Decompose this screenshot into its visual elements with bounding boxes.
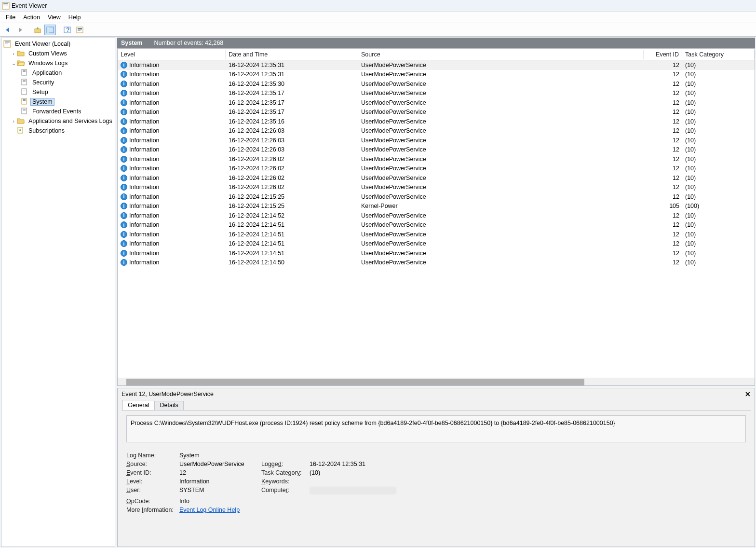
table-row[interactable]: iInformation16-12-2024 12:14:51UserModeP…	[118, 239, 755, 249]
col-source[interactable]: Source	[358, 50, 644, 59]
expand-icon[interactable]: ›	[10, 51, 17, 56]
grid-body[interactable]: iInformation16-12-2024 12:35:31UserModeP…	[118, 60, 755, 378]
menu-help[interactable]: Help	[65, 13, 85, 22]
tree-windows-logs[interactable]: ⌄ Windows Logs	[1, 58, 115, 68]
svg-rect-28	[23, 100, 26, 101]
table-row[interactable]: iInformation16-12-2024 12:14:52UserModeP…	[118, 211, 755, 220]
detail-title: Event 12, UserModePowerService	[122, 391, 214, 397]
table-row[interactable]: iInformation16-12-2024 12:35:17UserModeP…	[118, 98, 755, 108]
svg-rect-30	[23, 109, 26, 110]
log-icon	[21, 79, 28, 86]
toolbar: ?	[0, 23, 756, 37]
back-button[interactable]	[2, 25, 14, 35]
close-detail-button[interactable]: ✕	[745, 390, 751, 398]
show-hide-tree-button[interactable]	[44, 25, 56, 35]
table-row[interactable]: iInformation16-12-2024 12:15:25Kernel-Po…	[118, 202, 755, 211]
help-button[interactable]: ?	[62, 25, 73, 35]
label-logname: Log Name:	[126, 452, 179, 459]
event-log-help-link[interactable]: Event Log Online Help	[179, 507, 240, 513]
properties-button[interactable]	[74, 25, 86, 35]
tree-log-security[interactable]: Security	[1, 78, 115, 87]
menu-action[interactable]: Action	[19, 13, 44, 22]
tree-custom-views[interactable]: › Custom Views	[1, 49, 115, 58]
svg-rect-4	[3, 7, 7, 7]
expand-icon[interactable]: ›	[10, 118, 17, 124]
table-row[interactable]: iInformation16-12-2024 12:35:16UserModeP…	[118, 117, 755, 126]
col-task[interactable]: Task Category	[682, 50, 755, 59]
navigation-pane[interactable]: Event Viewer (Local) › Custom Views ⌄ Wi…	[1, 38, 115, 547]
table-row[interactable]: iInformation16-12-2024 12:14:51UserModeP…	[118, 248, 755, 258]
info-icon: i	[121, 118, 127, 125]
svg-rect-2	[3, 5, 8, 5]
info-icon: i	[121, 184, 127, 191]
table-row[interactable]: iInformation16-12-2024 12:26:03UserModeP…	[118, 126, 755, 136]
table-row[interactable]: iInformation16-12-2024 12:35:17UserModeP…	[118, 89, 755, 98]
tree-log-forwarded[interactable]: Forwarded Events	[1, 107, 115, 116]
info-icon: i	[121, 81, 127, 87]
info-icon: i	[121, 71, 127, 78]
table-row[interactable]: iInformation16-12-2024 12:15:25UserModeP…	[118, 192, 755, 202]
table-row[interactable]: iInformation16-12-2024 12:26:02UserModeP…	[118, 154, 755, 164]
svg-text:?: ?	[66, 27, 70, 33]
svg-point-33	[19, 129, 21, 131]
info-icon: i	[121, 109, 127, 115]
table-row[interactable]: iInformation16-12-2024 12:14:51UserModeP…	[118, 230, 755, 239]
label-eventid: Event ID:	[126, 469, 179, 476]
table-row[interactable]: iInformation16-12-2024 12:26:03UserModeP…	[118, 136, 755, 145]
table-row[interactable]: iInformation16-12-2024 12:26:02UserModeP…	[118, 183, 755, 192]
table-row[interactable]: iInformation16-12-2024 12:35:30UserModeP…	[118, 79, 755, 89]
table-row[interactable]: iInformation16-12-2024 12:35:17UserModeP…	[118, 108, 755, 117]
horizontal-scrollbar[interactable]	[118, 378, 755, 385]
table-row[interactable]: iInformation16-12-2024 12:26:02UserModeP…	[118, 164, 755, 174]
table-row[interactable]: iInformation16-12-2024 12:26:03UserModeP…	[118, 145, 755, 155]
svg-rect-3	[3, 6, 8, 6]
tree-log-system[interactable]: System	[1, 97, 115, 107]
info-icon: i	[121, 156, 127, 163]
col-eventid[interactable]: Event ID	[644, 50, 682, 59]
folder-icon	[17, 117, 25, 125]
svg-rect-17	[22, 69, 27, 75]
table-row[interactable]: iInformation16-12-2024 12:14:51UserModeP…	[118, 220, 755, 230]
label-source: Source:	[126, 461, 179, 467]
label-computer: Computer:	[261, 487, 310, 496]
svg-rect-18	[23, 70, 26, 71]
menu-file[interactable]: File	[2, 13, 19, 22]
window-title: Event Viewer	[12, 2, 47, 9]
info-icon: i	[121, 90, 127, 96]
svg-rect-12	[78, 29, 82, 30]
table-row[interactable]: iInformation16-12-2024 12:26:02UserModeP…	[118, 173, 755, 183]
col-datetime[interactable]: Date and Time	[226, 50, 358, 59]
svg-rect-5	[35, 29, 40, 33]
tab-details[interactable]: Details	[154, 401, 183, 410]
up-button[interactable]	[32, 25, 43, 35]
table-row[interactable]: iInformation16-12-2024 12:35:31UserModeP…	[118, 70, 755, 80]
grid-header: Level Date and Time Source Event ID Task…	[118, 49, 755, 60]
info-icon: i	[121, 99, 127, 106]
label-level: Level:	[126, 478, 179, 485]
label-opcode: OpCode:	[126, 498, 179, 505]
log-icon	[21, 69, 28, 77]
collapse-icon[interactable]: ⌄	[10, 60, 17, 67]
event-grid[interactable]: Level Date and Time Source Event ID Task…	[117, 48, 755, 386]
table-row[interactable]: iInformation16-12-2024 12:35:31UserModeP…	[118, 60, 755, 70]
menu-view[interactable]: View	[44, 13, 65, 22]
label-taskcat: Task Category:	[261, 469, 310, 476]
info-icon: i	[121, 62, 127, 68]
svg-rect-23	[22, 89, 27, 95]
info-icon: i	[121, 146, 127, 153]
forward-button[interactable]	[14, 25, 26, 35]
table-row[interactable]: iInformation16-12-2024 12:14:50UserModeP…	[118, 258, 755, 268]
svg-rect-15	[5, 41, 10, 42]
tree-apps-services[interactable]: › Applications and Services Logs	[1, 116, 115, 126]
tree-log-setup[interactable]: Setup	[1, 87, 115, 97]
tree-subscriptions[interactable]: Subscriptions	[1, 126, 115, 136]
tab-general[interactable]: General	[122, 400, 154, 410]
folder-open-icon	[17, 59, 25, 67]
col-level[interactable]: Level	[118, 50, 226, 59]
tree-root[interactable]: Event Viewer (Local)	[1, 39, 115, 49]
tree-log-application[interactable]: Application	[1, 68, 115, 78]
svg-rect-26	[22, 98, 27, 104]
info-icon: i	[121, 127, 127, 134]
info-icon: i	[121, 231, 127, 238]
svg-rect-19	[23, 71, 26, 72]
